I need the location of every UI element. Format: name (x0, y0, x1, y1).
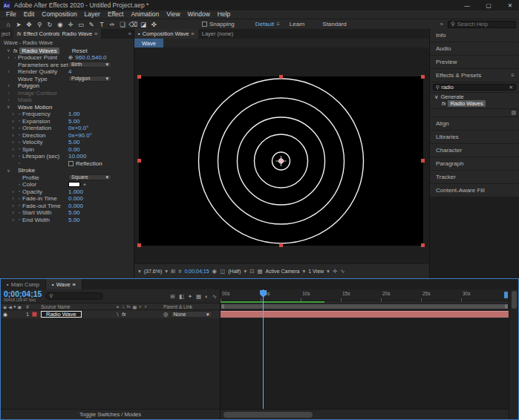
stopwatch-icon[interactable]: ◔ (16, 203, 22, 208)
twirl-icon[interactable]: › (6, 97, 11, 102)
stopwatch-icon[interactable]: ◔ (16, 217, 22, 222)
label-color-chip[interactable] (32, 312, 37, 317)
layer-handle[interactable] (421, 75, 425, 79)
twirl-icon[interactable]: ∨ (6, 168, 11, 174)
vertical-scrollbar[interactable] (509, 289, 518, 419)
color-swatch[interactable] (68, 182, 80, 187)
property-value[interactable]: 5.00 (68, 118, 80, 125)
layer-duration-bar[interactable] (221, 311, 509, 318)
snapshot-icon[interactable]: ◉ (212, 268, 218, 275)
eye-icon[interactable]: ◉ (3, 304, 7, 309)
stopwatch-icon[interactable]: ◔ (16, 189, 22, 194)
graph-editor-icon[interactable]: ∿ (212, 293, 217, 300)
effect-property-row[interactable]: › ◔ Fade-out Time 0.000 0.000▾ ⊕0.000 Fa… (0, 203, 134, 210)
twirl-icon[interactable]: › (10, 210, 16, 215)
audio-icon[interactable]: ◀ (8, 304, 12, 309)
solo-icon[interactable]: ● (13, 304, 16, 309)
layer-row[interactable]: ◉ 1 Radio Wave ∖ fx ◎ None▾ (1, 310, 220, 318)
effect-property-row[interactable]: › ◔ Image Contour ▾ ⊕ Image Contour ⌖ (0, 90, 134, 97)
hand-tool-icon[interactable]: ✥ (24, 21, 34, 28)
effect-property-row[interactable]: ∨ ◔ Wave Motion ▾ ⊕ Wave Motion ⌖ (0, 104, 134, 111)
property-value[interactable]: 5.00 (68, 217, 80, 223)
twirl-icon[interactable]: › (6, 91, 11, 96)
stopwatch-icon[interactable]: ◔ (16, 161, 22, 165)
column-source-name[interactable]: Source Name (41, 304, 116, 309)
effect-header-row[interactable]: ∨ fx Radio Waves Reset (0, 47, 134, 54)
draft-3d-icon[interactable]: ◧ (179, 293, 184, 300)
property-value[interactable]: 0x+0.0° (68, 125, 88, 131)
layer-handle[interactable] (137, 75, 141, 79)
effects-item-radio-waves[interactable]: fx Radio Waves (430, 100, 519, 107)
property-value[interactable]: 960.0,540.0 (75, 54, 106, 61)
effect-property-row[interactable]: › ◔ Fade-in Time 0.000 0.000▾ ⊕0.000 Fad… (0, 195, 134, 203)
toggle-switches-modes-button[interactable]: Toggle Switches / Modes (79, 411, 141, 418)
workspace-default-button[interactable]: Default (255, 21, 274, 27)
effect-name[interactable]: Radio Waves (19, 47, 59, 54)
panel-align[interactable]: Align (430, 117, 519, 130)
fx-switch-icon[interactable]: fx (122, 312, 125, 318)
more-tabs-icon[interactable]: » (126, 29, 134, 39)
pixel-aspect-correction-icon[interactable]: ✛ (333, 268, 337, 275)
fast-preview-icon[interactable]: ∿ (340, 268, 345, 275)
effect-property-row[interactable]: › ◔ End Width 5.00 5.00▾ ⊕5.00 End Width… (0, 217, 134, 224)
effect-property-row[interactable]: › ◔ Start Width 5.00 5.00▾ ⊕5.00 Start W… (0, 209, 134, 217)
menu-item[interactable]: Edit (20, 10, 39, 19)
eraser-tool-icon[interactable]: ⌫ (128, 21, 138, 28)
effects-presets-search-input[interactable] (441, 84, 507, 91)
effects-category-generate[interactable]: ∨ Generate (430, 93, 519, 100)
stopwatch-icon[interactable]: ◔ (16, 133, 22, 137)
panel-character[interactable]: Character (430, 144, 519, 157)
roto-brush-tool-icon[interactable]: ◪ (138, 21, 148, 28)
menu-item[interactable]: Animation (127, 10, 163, 19)
menu-item[interactable]: Composition (38, 10, 80, 19)
property-value[interactable]: 0x+90.0° (68, 132, 92, 139)
scrollbar-thumb[interactable] (223, 412, 313, 418)
twirl-icon[interactable]: ∨ (6, 47, 11, 53)
stopwatch-icon[interactable]: ◔ (16, 154, 22, 159)
camera-dropdown-icon[interactable]: ▾ (302, 268, 305, 275)
workspace-standard-button[interactable]: Standard (322, 21, 346, 27)
horizontal-scrollbar[interactable] (221, 409, 509, 419)
3d-icon[interactable]: ◑ (144, 304, 147, 309)
effect-property-row[interactable]: ∨ ◔ Stroke ▾ ⊕ Stroke ⌖ (0, 167, 134, 174)
snapping-checkbox[interactable] (202, 22, 207, 27)
home-icon[interactable]: ⌂ (3, 21, 13, 28)
twirl-icon[interactable]: › (6, 55, 11, 60)
frame-blend-icon[interactable]: ▦ (133, 304, 137, 309)
menu-item[interactable]: Effect (104, 10, 128, 19)
property-value[interactable]: 5.00 (68, 209, 80, 216)
layer-handle[interactable] (137, 159, 141, 163)
effects-icon[interactable]: fx (127, 304, 131, 309)
twirl-icon[interactable]: › (10, 119, 16, 124)
column-number[interactable]: # (23, 304, 32, 309)
zoom-tool-icon[interactable]: ⚲ (34, 21, 45, 28)
motion-blur-icon[interactable]: ◐ (139, 304, 142, 309)
effect-property-row[interactable]: ◔ Color ▾ ⊕ Color ⌖ (0, 181, 134, 188)
clear-search-icon[interactable]: ✕ (509, 85, 513, 91)
column-parent-link[interactable]: Parent & Link (163, 304, 220, 309)
tab-composition[interactable]: ▪ Composition Wave ≡ (134, 29, 198, 39)
workspace-menu-icon[interactable]: ≡ (276, 21, 280, 27)
effect-point-icon[interactable]: ⊕ (68, 54, 73, 61)
panel-effects-presets[interactable]: Effects & Presets ≡ (430, 69, 519, 82)
magnification-dropdown-icon[interactable]: ▾ (165, 268, 168, 275)
twirl-icon[interactable]: › (6, 83, 11, 88)
twirl-icon[interactable]: › (10, 196, 16, 201)
effect-property-row[interactable]: › ◔ Spin 0.00 0.00▾ ⊕0.00 Spin ⌖ (0, 146, 134, 154)
stopwatch-icon[interactable]: ◔ (16, 211, 22, 215)
eye-icon[interactable]: ◉ (3, 312, 7, 317)
maximize-button[interactable]: ▢ (480, 0, 497, 10)
current-time-display[interactable]: 0;00;04;15 (185, 269, 209, 274)
twirl-icon[interactable]: › (10, 111, 16, 117)
twirl-icon[interactable]: › (10, 154, 16, 159)
stopwatch-icon[interactable]: ◔ (11, 56, 18, 60)
twirl-icon[interactable]: › (10, 147, 16, 152)
property-value[interactable]: 0.000 (68, 203, 83, 209)
pen-tool-icon[interactable]: ✎ (86, 21, 97, 28)
panel-info[interactable]: Info (430, 29, 519, 42)
layer-handle[interactable] (421, 243, 425, 247)
stopwatch-icon[interactable]: ◔ (16, 140, 22, 145)
work-area-end-marker[interactable] (504, 292, 508, 298)
stopwatch-icon[interactable]: ◔ (16, 147, 22, 151)
clone-stamp-tool-icon[interactable]: ❏ (117, 21, 128, 28)
